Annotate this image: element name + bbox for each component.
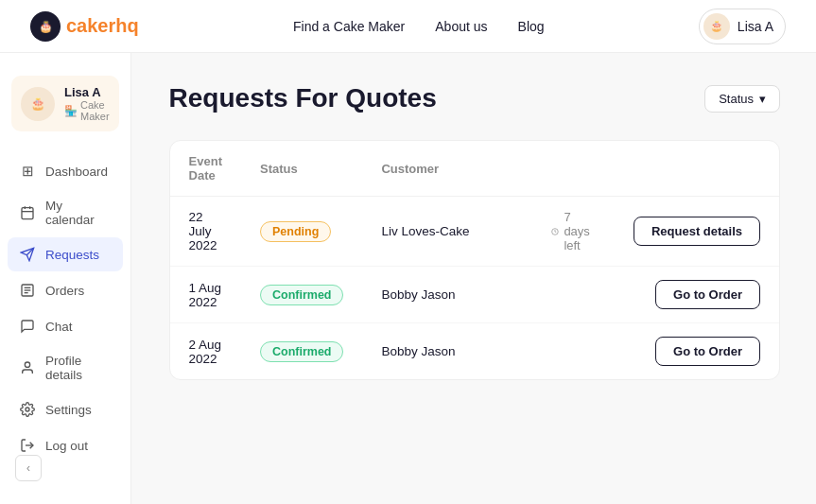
go-to-order-button[interactable]: Go to Order (655, 280, 760, 309)
sidebar-item-requests[interactable]: Requests (8, 237, 123, 271)
sidebar-item-label: Profile details (45, 354, 112, 382)
go-to-order-button[interactable]: Go to Order (655, 337, 760, 366)
table-row: 2 Aug 2022 Confirmed Bobby Jason Go to O… (170, 323, 779, 380)
orders-icon (19, 282, 36, 299)
sidebar-item-label: Dashboard (45, 165, 108, 179)
profile-icon (19, 359, 36, 376)
request-details-button[interactable]: Request details (634, 217, 760, 246)
navbar-user-button[interactable]: 🎂 Lisa A (699, 9, 786, 44)
row-date: 2 Aug 2022 (170, 323, 241, 380)
sidebar-item-label: Requests (45, 248, 99, 262)
col-header-date: Event Date (170, 141, 241, 197)
sidebar-item-settings[interactable]: Settings (8, 392, 123, 426)
table-row: 1 Aug 2022 Confirmed Bobby Jason Go to O… (170, 267, 779, 323)
status-badge: Confirmed (260, 285, 344, 305)
nav-link-blog[interactable]: Blog (518, 19, 545, 34)
sidebar: 🎂 Lisa A 🏪 Cake Maker ⊞ Dashboard My cal… (0, 53, 131, 504)
col-header-customer: Customer (362, 141, 532, 197)
sidebar-item-label: My calendar (45, 199, 112, 227)
svg-point-11 (26, 408, 29, 411)
row-action: Go to Order (615, 323, 779, 380)
row-date: 1 Aug 2022 (170, 267, 241, 323)
table-body: 22 July 2022 Pending Liv Loves-Cake 7 da… (170, 197, 779, 380)
requests-table-container: Event Date Status Customer 22 July 2022 … (169, 140, 780, 380)
row-customer: Liv Loves-Cake (362, 197, 532, 267)
navbar: 🎂 cakerhq Find a Cake Maker About us Blo… (0, 0, 816, 53)
table-header: Event Date Status Customer (170, 141, 779, 197)
page-title: Requests For Quotes (169, 83, 437, 113)
logo[interactable]: 🎂 cakerhq (30, 11, 139, 42)
row-status: Confirmed (241, 267, 363, 323)
row-timer: 7 days left (532, 197, 614, 267)
dashboard-icon: ⊞ (19, 163, 36, 180)
row-action: Request details (615, 197, 779, 267)
navbar-links: Find a Cake Maker About us Blog (293, 19, 545, 34)
nav-link-find-cake-maker[interactable]: Find a Cake Maker (293, 19, 405, 34)
profile-name: Lisa A (64, 85, 110, 99)
col-header-timer (532, 141, 614, 197)
requests-icon (19, 246, 36, 263)
sidebar-item-dashboard[interactable]: ⊞ Dashboard (8, 154, 123, 188)
row-status: Pending (241, 197, 363, 267)
status-filter-label: Status (719, 92, 754, 106)
requests-table: Event Date Status Customer 22 July 2022 … (170, 141, 779, 379)
row-timer (532, 323, 614, 380)
svg-point-10 (25, 362, 29, 367)
timer-badge: 7 days left (551, 210, 595, 252)
chevron-down-icon: ▾ (759, 92, 766, 106)
row-status: Confirmed (241, 323, 363, 380)
sidebar-item-label: Orders (45, 284, 84, 298)
logo-text-main: caker (66, 15, 115, 36)
layout: 🎂 Lisa A 🏪 Cake Maker ⊞ Dashboard My cal… (0, 53, 816, 504)
sidebar-collapse-button[interactable]: ‹ (15, 455, 42, 481)
sidebar-profile: 🎂 Lisa A 🏪 Cake Maker (11, 76, 119, 131)
sidebar-item-my-calendar[interactable]: My calendar (8, 190, 123, 235)
status-filter-button[interactable]: Status ▾ (704, 85, 780, 113)
timer-text: 7 days left (564, 210, 596, 252)
svg-rect-0 (22, 208, 33, 219)
avatar: 🎂 (21, 87, 55, 121)
row-customer: Bobby Jason (362, 323, 532, 380)
cake-maker-icon: 🏪 (64, 105, 78, 117)
status-badge: Confirmed (260, 341, 344, 362)
sidebar-item-chat[interactable]: Chat (8, 309, 123, 343)
logo-icon: 🎂 (30, 11, 61, 42)
page-header: Requests For Quotes Status ▾ (169, 83, 780, 113)
sidebar-item-label: Chat (45, 320, 73, 334)
chat-icon (19, 318, 36, 335)
settings-icon (19, 401, 36, 418)
row-customer: Bobby Jason (362, 267, 532, 323)
logout-icon (19, 437, 36, 454)
navbar-user-avatar: 🎂 (703, 13, 730, 40)
status-badge: Pending (260, 221, 331, 242)
sidebar-item-profile-details[interactable]: Profile details (8, 345, 123, 391)
row-action: Go to Order (615, 267, 779, 323)
calendar-icon (19, 204, 36, 221)
profile-role: 🏪 Cake Maker (64, 99, 110, 122)
row-date: 22 July 2022 (170, 197, 241, 267)
table-row: 22 July 2022 Pending Liv Loves-Cake 7 da… (170, 197, 779, 267)
row-timer (532, 267, 614, 323)
main-content: Requests For Quotes Status ▾ Event Date … (131, 53, 816, 504)
col-header-action (615, 141, 779, 197)
logo-text-accent: hq (115, 15, 138, 36)
logo-text: cakerhq (66, 15, 139, 37)
sidebar-item-label: Log out (45, 439, 88, 453)
profile-info: Lisa A 🏪 Cake Maker (64, 85, 110, 122)
sidebar-item-orders[interactable]: Orders (8, 273, 123, 307)
navbar-user-name: Lisa A (738, 19, 773, 34)
sidebar-nav: ⊞ Dashboard My calendar Requests Orders (0, 154, 130, 481)
sidebar-item-label: Settings (45, 403, 92, 417)
col-header-status: Status (241, 141, 363, 197)
nav-link-about-us[interactable]: About us (435, 19, 487, 34)
